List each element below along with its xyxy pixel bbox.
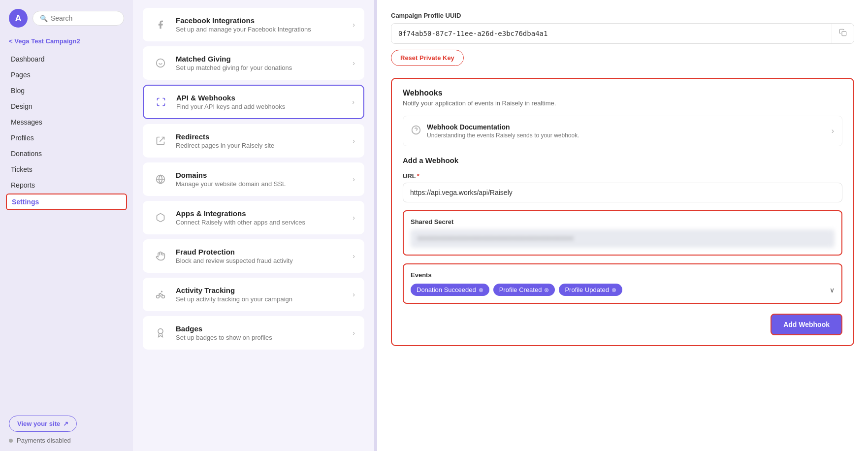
settings-item-matched-giving-desc: Set up matched giving for your donations	[176, 64, 346, 71]
uuid-section: Campaign Profile UUID Reset Private Key	[391, 12, 854, 66]
webhooks-title: Webhooks	[403, 89, 842, 97]
webhook-doc-title: Webhook Documentation	[427, 123, 826, 131]
settings-item-facebook-desc: Set up and manage your Facebook Integrat…	[176, 26, 346, 33]
facebook-icon	[152, 16, 169, 33]
settings-item-redirects-desc: Redirect pages in your Raisely site	[176, 142, 346, 149]
badge-icon	[152, 324, 169, 341]
url-field: URL *	[403, 172, 842, 202]
settings-item-activity-tracking-desc: Set up activity tracking on your campaig…	[176, 295, 346, 303]
webhook-doc-desc: Understanding the events Raisely sends t…	[427, 132, 826, 139]
svg-point-6	[162, 295, 165, 298]
copy-uuid-button[interactable]	[832, 24, 854, 43]
chevron-right-icon: ›	[353, 137, 355, 145]
settings-item-facebook-title: Facebook Integrations	[176, 16, 346, 25]
settings-item-redirects-title: Redirects	[176, 132, 346, 141]
shared-secret-section: Shared Secret ••••••••••••••••••••••••••…	[403, 210, 842, 256]
settings-item-api-webhooks-title: API & Webhooks	[176, 94, 345, 102]
payments-disabled-status: Payments disabled	[9, 437, 124, 444]
sidebar: A 🔍 < Vega Test Campaign2 Dashboard Page…	[0, 0, 133, 451]
view-site-button[interactable]: View your site ↗	[9, 416, 77, 432]
settings-item-facebook[interactable]: Facebook Integrations Set up and manage …	[143, 8, 364, 41]
settings-item-badges-desc: Set up badges to show on profiles	[176, 334, 346, 341]
remove-event-profile-created-icon[interactable]: ⊗	[544, 287, 549, 293]
settings-item-redirects-text: Redirects Redirect pages in your Raisely…	[176, 132, 346, 149]
chevron-right-icon: ›	[353, 329, 355, 337]
chevron-right-icon: ›	[353, 59, 355, 67]
redirect-icon	[152, 132, 169, 149]
settings-item-fraud-protection[interactable]: Fraud Protection Block and review suspec…	[143, 239, 364, 273]
settings-item-api-webhooks[interactable]: API & Webhooks Find your API keys and ad…	[143, 85, 364, 119]
nav-items: Dashboard Pages Blog Design Messages Pro…	[0, 50, 133, 212]
add-webhook-button[interactable]: Add Webhook	[771, 314, 842, 335]
search-box[interactable]: 🔍	[32, 11, 124, 26]
search-input[interactable]	[51, 14, 117, 22]
add-webhook-title: Add a Webhook	[403, 156, 842, 164]
sidebar-footer: View your site ↗ Payments disabled	[0, 409, 133, 451]
settings-item-redirects[interactable]: Redirects Redirect pages in your Raisely…	[143, 124, 364, 158]
event-tag-profile-updated[interactable]: Profile Updated ⊗	[559, 284, 622, 296]
webhooks-desc: Notify your application of events in Rai…	[403, 99, 842, 107]
search-icon: 🔍	[40, 15, 48, 22]
campaign-back-link[interactable]: < Vega Test Campaign2	[0, 34, 133, 50]
sidebar-item-settings[interactable]: Settings	[6, 193, 127, 210]
webhook-doc-card[interactable]: Webhook Documentation Understanding the …	[403, 116, 842, 146]
detail-inner: Campaign Profile UUID Reset Private Key …	[377, 0, 868, 358]
globe-icon	[152, 171, 169, 188]
url-input[interactable]	[403, 183, 842, 202]
chevron-right-icon: ›	[353, 175, 355, 183]
webhooks-section: Webhooks Notify your application of even…	[391, 78, 854, 346]
sidebar-item-pages[interactable]: Pages	[6, 67, 127, 82]
svg-point-7	[158, 329, 163, 334]
svg-rect-8	[842, 32, 846, 36]
settings-item-apps-integrations-text: Apps & Integrations Connect Raisely with…	[176, 209, 346, 226]
uuid-value[interactable]	[391, 24, 832, 43]
payments-disabled-label: Payments disabled	[17, 437, 71, 444]
event-tag-profile-updated-label: Profile Updated	[565, 286, 609, 293]
reset-private-key-button[interactable]: Reset Private Key	[391, 50, 464, 66]
events-label: Events	[411, 271, 835, 279]
settings-item-facebook-text: Facebook Integrations Set up and manage …	[176, 16, 346, 33]
sidebar-header: A 🔍	[0, 0, 133, 34]
svg-point-0	[157, 59, 165, 67]
event-tag-profile-created[interactable]: Profile Created ⊗	[493, 284, 555, 296]
settings-item-badges[interactable]: Badges Set up badges to show on profiles…	[143, 316, 364, 350]
settings-item-apps-integrations-desc: Connect Raisely with other apps and serv…	[176, 219, 346, 226]
main-content: Facebook Integrations Set up and manage …	[133, 0, 868, 451]
chevron-right-icon: ›	[832, 127, 834, 135]
chevron-right-icon: ›	[352, 98, 354, 106]
sidebar-item-design[interactable]: Design	[6, 99, 127, 114]
required-asterisk: *	[417, 172, 419, 180]
remove-event-donation-succeeded-icon[interactable]: ⊗	[479, 287, 483, 293]
view-site-label: View your site	[17, 420, 60, 427]
settings-item-badges-title: Badges	[176, 324, 346, 333]
sidebar-item-profiles[interactable]: Profiles	[6, 130, 127, 145]
apps-icon	[152, 209, 169, 226]
sidebar-item-reports[interactable]: Reports	[6, 178, 127, 193]
settings-item-domains[interactable]: Domains Manage your website domain and S…	[143, 162, 364, 196]
settings-item-activity-tracking[interactable]: Activity Tracking Set up activity tracki…	[143, 278, 364, 311]
webhook-doc-text: Webhook Documentation Understanding the …	[427, 123, 826, 139]
api-icon	[153, 94, 169, 110]
remove-event-profile-updated-icon[interactable]: ⊗	[611, 287, 616, 293]
bike-icon	[152, 286, 169, 303]
sidebar-item-donations[interactable]: Donations	[6, 146, 127, 161]
hand-icon	[152, 248, 169, 264]
settings-item-matched-giving-title: Matched Giving	[176, 55, 346, 63]
settings-item-fraud-protection-desc: Block and review suspected fraud activit…	[176, 257, 346, 264]
chevron-right-icon: ›	[353, 252, 355, 260]
sidebar-item-blog[interactable]: Blog	[6, 83, 127, 98]
settings-item-domains-text: Domains Manage your website domain and S…	[176, 171, 346, 188]
settings-item-activity-tracking-text: Activity Tracking Set up activity tracki…	[176, 286, 346, 303]
events-dropdown-icon[interactable]: ∨	[830, 286, 835, 294]
uuid-label: Campaign Profile UUID	[391, 12, 854, 19]
svg-point-5	[157, 295, 160, 298]
settings-item-apps-integrations[interactable]: Apps & Integrations Connect Raisely with…	[143, 201, 364, 234]
event-tag-donation-succeeded[interactable]: Donation Succeeded ⊗	[411, 284, 489, 296]
sidebar-item-tickets[interactable]: Tickets	[6, 162, 127, 177]
sidebar-item-dashboard[interactable]: Dashboard	[6, 52, 127, 66]
sidebar-item-messages[interactable]: Messages	[6, 115, 127, 129]
settings-item-matched-giving[interactable]: Matched Giving Set up matched giving for…	[143, 46, 364, 80]
shared-secret-label: Shared Secret	[411, 218, 835, 226]
settings-item-matched-giving-text: Matched Giving Set up matched giving for…	[176, 55, 346, 71]
settings-item-badges-text: Badges Set up badges to show on profiles	[176, 324, 346, 341]
